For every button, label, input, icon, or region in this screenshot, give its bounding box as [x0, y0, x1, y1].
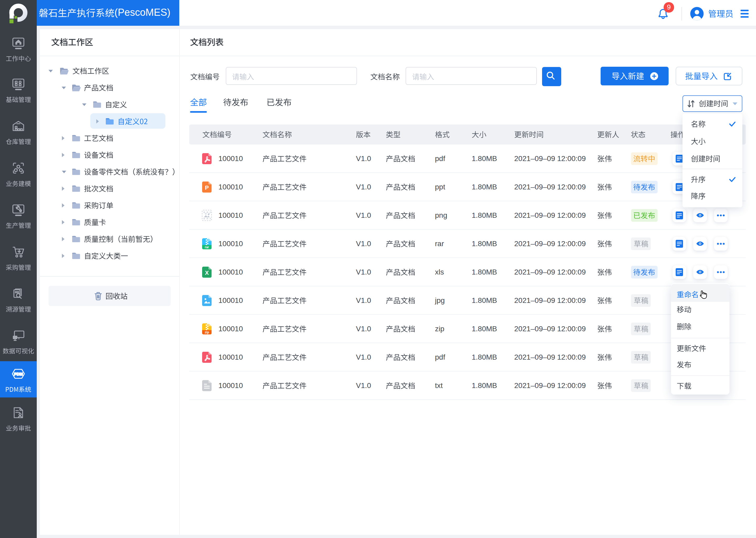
svg-text:P: P: [205, 185, 209, 191]
svg-text:rar: rar: [205, 245, 209, 249]
svg-text:PDM: PDM: [14, 372, 23, 376]
svg-text:X: X: [205, 270, 209, 276]
svg-text:zip: zip: [205, 331, 209, 334]
